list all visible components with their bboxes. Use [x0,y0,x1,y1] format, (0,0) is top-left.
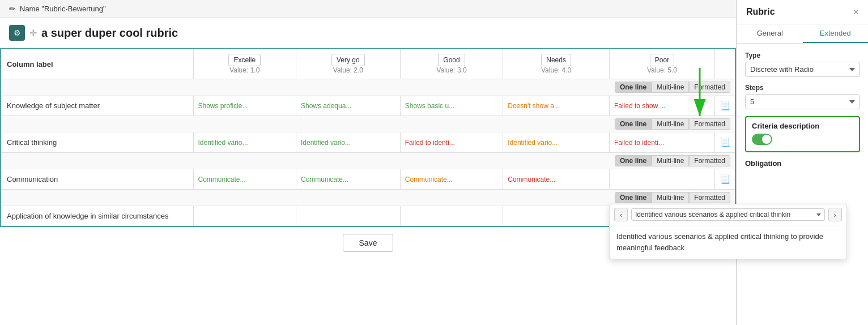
col-poor: Poor Value: 5.0 [609,49,714,79]
panel-tabs: General Extended [737,24,868,44]
col-poor-value: Value: 5.0 [615,66,709,74]
table-row: Identified vario...Identified vario...Fa… [1,132,735,153]
rubric-title: a super duper cool rubric [41,27,178,40]
toolbar-row-1: One lineMulti-lineFormatted [1,116,735,132]
obligation-section: Obligation [745,159,860,168]
score-cell-1-0: Identified vario... [193,132,296,153]
criterion-input-3[interactable] [6,209,189,223]
name-label: Name "Rubric-Bewertung" [20,5,106,13]
criteria-popup: ‹ Identified various scenarios & applied… [609,204,847,259]
top-bar: ✏ Name "Rubric-Bewertung" [0,0,736,18]
type-label: Type [745,52,860,59]
panel-header: Rubric × [737,0,868,24]
col-excelle-btn[interactable]: Excelle [228,54,261,66]
edit-icon-button-2[interactable]: 📃 [720,174,730,185]
score-cell-1-3: Identified vario... [503,132,610,153]
col-verygo-btn[interactable]: Very go [331,54,365,66]
popup-next-button[interactable]: › [828,208,842,221]
tab-extended[interactable]: Extended [803,24,869,43]
toolbar-btn-formatted-row-0[interactable]: Formatted [689,82,730,93]
col-verygo: Very go Value: 2.0 [296,49,400,79]
edit-col-header [715,49,736,79]
col-good-btn[interactable]: Good [438,54,465,66]
score-cell-1-4: Failed to identi... [609,132,714,153]
score-cell-2-2: Communicate... [400,169,503,190]
header-row: Column label Excelle Value: 1.0 Very go … [1,49,735,79]
toggle-slider [752,134,772,145]
popup-dropdown[interactable]: Identified various scenarios & applied c… [631,208,825,221]
score-cell-empty-3-1 [296,206,400,227]
edit-icon-button-0[interactable]: 📃 [720,101,730,111]
score-cell-0-0: Shows proficie... [193,96,296,116]
score-cell-0-1: Shows adequa... [296,96,400,116]
tab-general[interactable]: General [737,24,803,43]
pencil-icon: ✏ [9,5,15,13]
column-label-header: Column label [1,49,193,79]
col-needs-value: Value: 4.0 [509,66,603,74]
gear-button[interactable]: ⚙ [9,25,25,41]
score-cell-2-3: Communicate... [503,169,610,190]
rubric-panel: Rubric × General Extended Type Discrete … [737,0,868,325]
score-cell-empty-3-0 [193,206,296,227]
toolbar-row-0: One lineMulti-lineFormatted [1,79,735,96]
toolbar-btn-multi-line-row-2[interactable]: Multi-line [652,155,689,166]
steps-label: Steps [745,84,860,92]
toolbar-btn-formatted-row-2[interactable]: Formatted [689,155,730,166]
criteria-desc-label: Criteria description [752,122,853,130]
col-good: Good Value: 3.0 [400,49,503,79]
obligation-label: Obligation [745,159,860,168]
panel-title: Rubric [746,7,775,17]
toolbar-btn-multi-line-row-1[interactable]: Multi-line [652,118,689,130]
col-excelle-value: Value: 1.0 [199,66,290,74]
col-good-value: Value: 3.0 [406,66,497,74]
table-row: Communicate...Communicate...Communicate.… [1,169,735,190]
type-select[interactable]: Discrete with Radio Continuous Discrete … [745,62,860,77]
score-cell-empty-2-4 [609,169,714,190]
score-cell-0-3: Doesn't show a... [503,96,610,116]
col-poor-btn[interactable]: Poor [650,54,674,66]
toolbar-btn-multi-line-row-0[interactable]: Multi-line [652,82,689,93]
col-excelle: Excelle Value: 1.0 [193,49,296,79]
criterion-input-0[interactable] [6,99,189,112]
score-cell-empty-3-2 [400,206,503,227]
score-cell-2-0: Communicate... [193,169,296,190]
panel-close-button[interactable]: × [853,7,859,17]
popup-nav: ‹ Identified various scenarios & applied… [610,204,846,225]
col-verygo-value: Value: 2.0 [302,66,394,74]
save-button[interactable]: Save [343,234,394,252]
toolbar-btn-formatted-row-1[interactable]: Formatted [689,118,730,130]
toolbar-btn-one-line-row-1[interactable]: One line [615,118,652,130]
toolbar-btn-one-line-row-3[interactable]: One line [615,192,652,203]
score-cell-1-2: Failed to identi... [400,132,503,153]
steps-select[interactable]: 3 4 5 6 7 [745,94,860,109]
steps-field: Steps 3 4 5 6 7 [745,84,860,109]
rubric-header: ⚙ ✛ a super duper cool rubric [0,18,736,48]
popup-prev-button[interactable]: ‹ [614,208,628,221]
toolbar-row-2: One lineMulti-lineFormatted [1,153,735,169]
criteria-desc-toggle[interactable] [752,134,772,145]
criterion-input-2[interactable] [6,173,189,186]
toolbar-btn-one-line-row-0[interactable]: One line [615,82,652,93]
score-cell-0-2: Shows basic u... [400,96,503,116]
type-field: Type Discrete with Radio Continuous Disc… [745,52,860,77]
score-cell-0-4: Failed to show ... [609,96,714,116]
criterion-input-1[interactable] [6,136,189,149]
rubric-body: Column label Excelle Value: 1.0 Very go … [0,48,736,325]
move-icon: ✛ [29,28,37,39]
toolbar-btn-multi-line-row-3[interactable]: Multi-line [652,192,689,203]
col-needs: Needs Value: 4.0 [503,49,610,79]
score-cell-empty-3-3 [503,206,610,227]
score-cell-1-1: Identified vario... [296,132,400,153]
table-row: Shows proficie...Shows adequa...Shows ba… [1,96,735,116]
score-cell-2-1: Communicate... [296,169,400,190]
toolbar-btn-one-line-row-2[interactable]: One line [615,155,652,166]
popup-content: Identified various scenarios & applied c… [610,225,846,259]
panel-body: Type Discrete with Radio Continuous Disc… [737,44,868,325]
col-needs-btn[interactable]: Needs [541,54,571,66]
toolbar-btn-formatted-row-3[interactable]: Formatted [689,192,730,203]
criteria-desc-section: Criteria description [745,116,860,152]
edit-icon-button-1[interactable]: 📃 [720,138,730,148]
rubric-table: Column label Excelle Value: 1.0 Very go … [0,48,736,227]
